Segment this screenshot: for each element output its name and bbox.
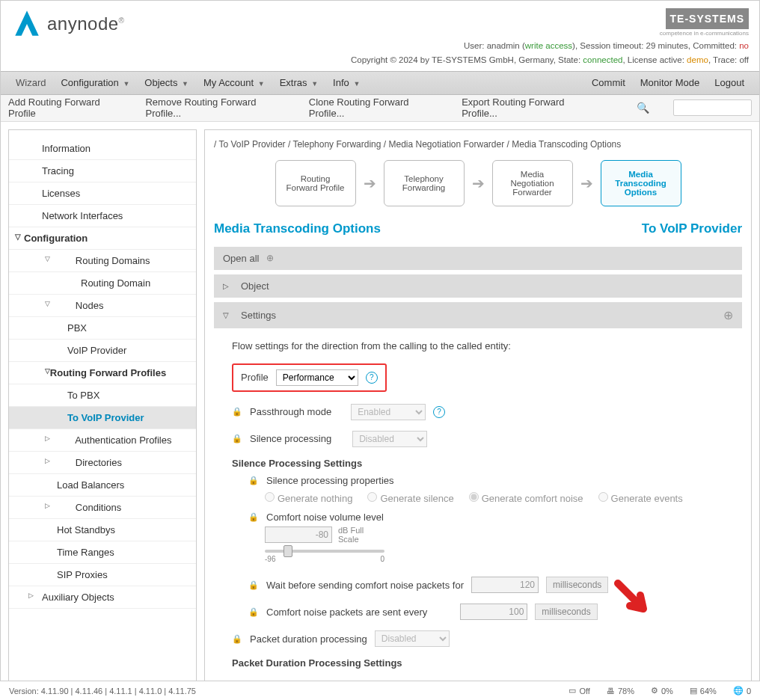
packets-sent-every-input xyxy=(460,604,527,620)
lock-icon: 🔒 xyxy=(248,476,259,485)
brand-name: anynode® xyxy=(47,13,124,34)
flow-description: Flow settings for the direction from the… xyxy=(232,340,732,351)
milliseconds-unit: milliseconds xyxy=(546,577,608,593)
chevron-down-icon: ▽ xyxy=(45,300,50,307)
sidebar-item-to-voip-provider[interactable]: To VoIP Provider xyxy=(9,407,196,429)
radio-generate-nothing: Generate nothing xyxy=(265,492,352,504)
lock-icon: 🔒 xyxy=(232,407,242,417)
flow-box-media-negotiation-forwarder[interactable]: Media Negotiation Forwarder xyxy=(492,160,573,206)
clone-profile-button[interactable]: Clone Routing Forward Profile... xyxy=(309,96,442,119)
status-last: 🌐0 xyxy=(733,686,751,696)
status-memory: ▤64% xyxy=(690,686,717,696)
printer-icon: 🖶 xyxy=(607,687,615,696)
menu-commit[interactable]: Commit xyxy=(584,72,633,93)
profile-label: Profile xyxy=(241,372,269,383)
lock-icon: 🔒 xyxy=(232,634,242,644)
main-content: / To VoIP Provider / Telephony Forwardin… xyxy=(204,129,752,700)
settings-panel-header[interactable]: ▽ Settings ⊕ xyxy=(214,302,742,328)
profile-select[interactable]: Performance xyxy=(276,369,358,386)
sidebar-item-auxiliary-objects[interactable]: ▷Auxiliary Objects xyxy=(9,586,196,609)
remove-profile-button[interactable]: Remove Routing Forward Profile... xyxy=(145,96,289,119)
slider-min-label: -96 xyxy=(265,555,275,563)
menu-extras[interactable]: Extras ▼ xyxy=(272,72,325,93)
sidebar-item-pbx[interactable]: PBX xyxy=(9,317,196,340)
plus-circle-icon[interactable]: ⊕ xyxy=(723,308,733,322)
silence-processing-label: Silence processing xyxy=(250,433,331,444)
sidebar-item-tracing[interactable]: Tracing xyxy=(9,160,196,182)
sidebar-item-information[interactable]: Information xyxy=(9,138,196,160)
caret-down-icon: ▼ xyxy=(182,80,189,88)
sidebar-item-routing-domains[interactable]: ▽ Routing Domains xyxy=(9,250,196,272)
packet-duration-label: Packet duration processing xyxy=(250,633,367,645)
add-profile-button[interactable]: Add Routing Forward Profile xyxy=(8,96,126,119)
caret-down-icon: ▼ xyxy=(123,80,129,88)
breadcrumb: / To VoIP Provider / Telephony Forwardin… xyxy=(214,139,742,150)
sidebar-item-sip-proxies[interactable]: SIP Proxies xyxy=(9,564,196,586)
plus-circle-icon: ⊕ xyxy=(266,253,274,263)
page-title: Media Transcoding Options xyxy=(214,221,381,236)
sidebar-item-hot-standbys[interactable]: Hot Standbys xyxy=(9,519,196,541)
status-print: 🖶78% xyxy=(607,687,634,696)
packets-sent-every-label: Comfort noise packets are sent every xyxy=(266,607,427,618)
sidebar-item-time-ranges[interactable]: Time Ranges xyxy=(9,541,196,564)
settings-panel-content: Flow settings for the direction from the… xyxy=(214,333,742,682)
radio-generate-comfort-noise: Generate comfort noise xyxy=(469,492,583,504)
help-icon[interactable]: ? xyxy=(433,406,445,418)
anynode-logo-icon xyxy=(11,8,43,40)
passthrough-label: Passthrough mode xyxy=(250,406,331,417)
radio-generate-events: Generate events xyxy=(598,492,683,504)
header-status: TE-SYSTEMS competence in e-communication… xyxy=(351,8,749,67)
volume-unit-label: dB Full Scale xyxy=(338,526,376,544)
search-icon: 🔍 xyxy=(637,102,649,114)
chevron-right-icon: ▷ xyxy=(223,282,233,290)
sidebar-item-directories[interactable]: ▷ Directories xyxy=(9,452,196,474)
comfort-noise-volume-label: Comfort noise volume level xyxy=(266,512,384,523)
menu-my-account[interactable]: My Account ▼ xyxy=(196,72,272,93)
comfort-noise-volume-input xyxy=(265,526,332,543)
silence-settings-heading: Silence Processing Settings xyxy=(232,458,732,469)
sidebar-item-network-interfaces[interactable]: Network Interfaces xyxy=(9,205,196,227)
milliseconds-unit: milliseconds xyxy=(535,604,597,620)
sidebar-item-conditions[interactable]: ▷ Conditions xyxy=(9,497,196,519)
search-input[interactable] xyxy=(673,99,752,116)
sidebar-item-routing-forward-profiles[interactable]: ▽ Routing Forward Profiles xyxy=(9,362,196,384)
silence-processing-select: Disabled xyxy=(352,431,427,447)
chevron-right-icon: ▷ xyxy=(45,502,50,509)
sidebar-item-nodes[interactable]: ▽ Nodes xyxy=(9,295,196,317)
profile-highlight: Profile Performance ? xyxy=(232,363,387,392)
open-all-bar[interactable]: Open all ⊕ xyxy=(214,247,742,270)
sidebar-item-to-pbx[interactable]: To PBX xyxy=(9,384,196,407)
caret-down-icon: ▼ xyxy=(353,80,360,88)
export-profile-button[interactable]: Export Routing Forward Profile... xyxy=(462,96,598,119)
chevron-right-icon: ▷ xyxy=(28,592,34,599)
help-icon[interactable]: ? xyxy=(366,372,378,384)
gear-icon: ⚙ xyxy=(651,686,658,696)
status-footer: Version: 4.11.90 | 4.11.46 | 4.11.1 | 4.… xyxy=(0,681,760,700)
profile-name-title: To VoIP Provider xyxy=(642,221,742,236)
flow-box-telephony-forwarding[interactable]: Telephony Forwarding xyxy=(384,160,465,206)
te-systems-logo: TE-SYSTEMS xyxy=(666,8,749,29)
packet-duration-heading: Packet Duration Processing Settings xyxy=(232,657,732,669)
menu-wizard[interactable]: Wizard xyxy=(8,72,53,93)
menu-info[interactable]: Info ▼ xyxy=(325,72,367,93)
flow-box-routing-forward-profile[interactable]: Routing Forward Profile xyxy=(275,160,356,206)
menu-configuration[interactable]: Configuration ▼ xyxy=(53,72,137,93)
flow-box-media-transcoding-options[interactable]: Media Transcoding Options xyxy=(601,160,681,206)
chevron-down-icon: ▽ xyxy=(45,255,50,262)
sidebar-item-routing-domain[interactable]: Routing Domain xyxy=(9,272,196,295)
sidebar-item-load-balancers[interactable]: Load Balancers xyxy=(9,474,196,497)
sidebar-item-configuration[interactable]: ▽Configuration xyxy=(9,227,196,250)
menu-objects[interactable]: Objects ▼ xyxy=(137,72,196,93)
sidebar-item-authentication-profiles[interactable]: ▷ Authentication Profiles xyxy=(9,429,196,452)
menu-logout[interactable]: Logout xyxy=(707,72,752,93)
sidebar-item-licenses[interactable]: Licenses xyxy=(9,182,196,205)
caret-down-icon: ▼ xyxy=(311,80,318,88)
flow-navigation: Routing Forward Profile ➔ Telephony Forw… xyxy=(214,160,742,206)
menu-monitor-mode[interactable]: Monitor Mode xyxy=(633,72,707,93)
status-off: ▭Off xyxy=(569,686,589,696)
sidebar-item-voip-provider[interactable]: VoIP Provider xyxy=(9,340,196,362)
arrow-right-icon: ➔ xyxy=(364,174,376,192)
object-panel-header[interactable]: ▷ Object xyxy=(214,274,742,298)
sidebar-nav: Information Tracing Licenses Network Int… xyxy=(8,129,197,700)
logo-area: anynode® xyxy=(11,8,124,40)
